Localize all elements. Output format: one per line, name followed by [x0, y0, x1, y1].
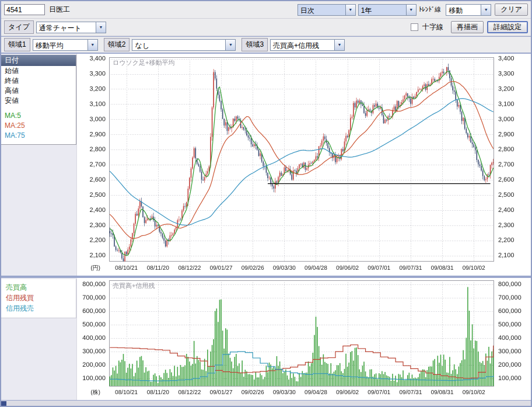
- sidebar-header-date: 日付: [1, 55, 76, 66]
- volume-panel: 売買高 信用残買 信用残売: [1, 278, 531, 400]
- chevron-down-icon: ▼: [96, 22, 106, 33]
- data-sidebar: 日付 始値 終値 高値 安値 MA:5 MA:25 MA:75: [1, 55, 76, 145]
- legend-margin-short: 信用残売: [6, 303, 76, 314]
- area3-label: 領域3: [242, 38, 268, 51]
- settings-button[interactable]: 詳細設定: [487, 21, 528, 33]
- clear-button[interactable]: クリア: [495, 4, 528, 16]
- type-select[interactable]: 通常チャート ▼: [36, 22, 106, 33]
- window-bottom-bar: [1, 400, 531, 406]
- chevron-down-icon: ▼: [88, 40, 97, 50]
- toolbar-row-2: タイプ 通常チャート ▼ 十字線 再描画 詳細設定: [1, 19, 531, 36]
- area3-select[interactable]: 売買高+信用残 ▼: [270, 39, 345, 51]
- sidebar-gap: [1, 106, 76, 111]
- scrollbar-fragment[interactable]: [1, 401, 6, 406]
- crosshair-label: 十字線: [422, 22, 443, 32]
- chevron-down-icon: ▼: [345, 5, 355, 15]
- legend-margin-long: 信用残買: [6, 293, 76, 303]
- area1-select[interactable]: 移動平均 ▼: [33, 39, 98, 51]
- chevron-down-icon: ▼: [406, 5, 416, 15]
- range-select[interactable]: 1年 ▼: [358, 4, 416, 16]
- chevron-down-icon: ▼: [225, 40, 235, 50]
- toolbar-row-3: 領域1 移動平均 ▼ 領域2 なし ▼ 領域3 売買高+信用残 ▼: [1, 36, 531, 54]
- symbol-name-label: 日医工: [49, 5, 70, 15]
- sidebar-item-close: 終値: [1, 76, 76, 86]
- legend-volume: 売買高: [6, 282, 76, 293]
- sidebar-item-open: 始値: [1, 66, 76, 76]
- toolbar-row-1: 日医工 日次 ▼ 1年 ▼ ﾄﾚﾝﾄﾞ線 移動 ▼ クリア: [1, 1, 531, 19]
- sidebar-item-low: 安値: [1, 96, 76, 106]
- frequency-select[interactable]: 日次 ▼: [298, 4, 356, 16]
- chevron-down-icon: ▼: [481, 5, 491, 15]
- trendline-label: ﾄﾚﾝﾄﾞ線: [419, 5, 442, 14]
- price-panel: 日付 始値 終値 高値 安値 MA:5 MA:25 MA:75: [1, 54, 531, 276]
- type-label: タイプ: [4, 20, 34, 34]
- ma5-label: MA:5: [1, 111, 76, 121]
- toolbar: 日医工 日次 ▼ 1年 ▼ ﾄﾚﾝﾄﾞ線 移動 ▼ クリア タイプ 通常チャート…: [1, 1, 531, 54]
- chart-application-window: 日医工 日次 ▼ 1年 ▼ ﾄﾚﾝﾄﾞ線 移動 ▼ クリア タイプ 通常チャート…: [0, 0, 532, 407]
- sidebar-item-high: 高値: [1, 86, 76, 96]
- crosshair-checkbox[interactable]: [411, 23, 418, 31]
- area1-label: 領域1: [4, 38, 30, 51]
- area2-label: 領域2: [104, 38, 130, 51]
- volume-chart-canvas[interactable]: [77, 278, 531, 400]
- chevron-down-icon: ▼: [334, 40, 344, 50]
- volume-legend: 売買高 信用残買 信用残売: [1, 279, 76, 318]
- symbol-input[interactable]: [4, 4, 45, 15]
- ma75-label: MA:75: [1, 131, 76, 141]
- redraw-button[interactable]: 再描画: [451, 21, 484, 33]
- trendline-select[interactable]: 移動 ▼: [446, 4, 491, 16]
- area2-select[interactable]: なし ▼: [132, 39, 236, 51]
- price-chart-canvas[interactable]: [77, 54, 531, 276]
- ma25-label: MA:25: [1, 121, 76, 131]
